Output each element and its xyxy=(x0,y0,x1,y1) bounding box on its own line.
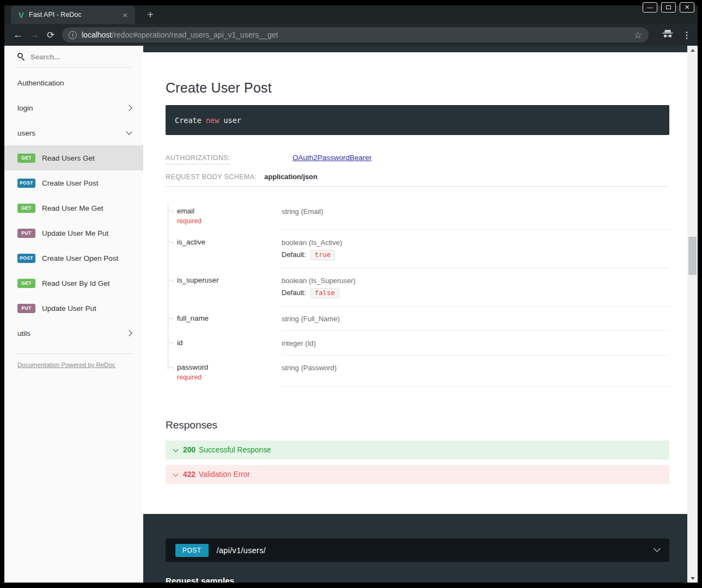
schema-field-row: passwordrequiredstring (Password) xyxy=(166,356,669,387)
menu-icon[interactable]: ⋮ xyxy=(682,30,691,40)
incognito-icon xyxy=(662,29,674,40)
response-422-panel[interactable]: 422Validation Error xyxy=(166,465,669,484)
field-name: is_active xyxy=(177,238,276,246)
bookmark-star-icon[interactable]: ☆ xyxy=(634,29,642,41)
sidebar-item-users[interactable]: users xyxy=(4,120,143,145)
sidebar: AuthenticationloginusersGETRead Users Ge… xyxy=(4,46,143,583)
response-code: 200 xyxy=(183,446,196,454)
sidebar-item-utils[interactable]: utils xyxy=(4,321,143,346)
field-name-cell: id xyxy=(177,331,282,356)
operation-title: Create User Post xyxy=(166,80,669,96)
operation-section: Create User Post Create new user AUTHORI… xyxy=(143,52,687,489)
sidebar-item-create-user-post[interactable]: POSTCreate User Post xyxy=(4,170,143,195)
tree-connector-icon xyxy=(166,230,177,268)
field-type: boolean (Is_Superuser) xyxy=(282,277,669,285)
endpoint-bar[interactable]: POST /api/v1/users/ xyxy=(166,538,669,562)
oauth2-security-link[interactable]: OAuth2PasswordBearer xyxy=(292,154,372,162)
field-name: full_name xyxy=(177,314,276,322)
scroll-down-icon[interactable] xyxy=(687,574,698,583)
request-samples-heading: Request samples xyxy=(166,576,669,583)
sidebar-item-update-user-put[interactable]: PUTUpdate User Put xyxy=(4,296,143,321)
url-text: localhost/redoc#operation/read_users_api… xyxy=(82,30,630,39)
post-method-badge: POST xyxy=(17,179,35,188)
default-label: Default: xyxy=(282,289,306,297)
request-body-schema-row: REQUEST BODY SCHEMA: application/json xyxy=(166,173,669,187)
responses-list: 200Successful Response422Validation Erro… xyxy=(166,440,669,484)
browser-tab[interactable]: V Fast API - ReDoc × xyxy=(11,5,135,24)
sidebar-item-login[interactable]: login xyxy=(4,95,143,120)
chevron-down-icon xyxy=(173,446,179,452)
sidebar-item-authentication[interactable]: Authentication xyxy=(4,70,143,95)
field-name: id xyxy=(177,339,276,347)
field-name: is_superuser xyxy=(177,276,276,284)
sidebar-item-read-user-me-get[interactable]: GETRead User Me Get xyxy=(4,195,143,220)
field-type-cell: integer (Id) xyxy=(282,331,669,356)
minimize-icon: — xyxy=(647,4,653,10)
sidebar-item-create-user-open-post[interactable]: POSTCreate User Open Post xyxy=(4,246,143,271)
response-code: 422 xyxy=(183,470,196,479)
browser-window: — ✕ V Fast API - ReDoc × + ← → ⟳ i local… xyxy=(0,0,702,588)
chevron-down-icon[interactable] xyxy=(654,545,661,552)
vertical-scrollbar[interactable] xyxy=(687,46,698,583)
schema-field-row: is_activeboolean (Is_Active)Default:true xyxy=(166,230,669,268)
url-path: /redoc#operation/read_users_api_v1_users… xyxy=(112,30,278,39)
maximize-button[interactable] xyxy=(661,2,676,13)
tree-connector-icon xyxy=(166,268,177,307)
search-input[interactable] xyxy=(30,53,123,61)
default-value: false xyxy=(310,288,339,298)
responses-heading: Responses xyxy=(166,419,669,431)
request-body-mime-type: application/json xyxy=(264,173,317,181)
minimize-button[interactable]: — xyxy=(643,2,657,13)
field-type-cell: string (Email) xyxy=(282,199,669,230)
schema-field-row: idinteger (Id) xyxy=(166,331,669,356)
field-default: Default:false xyxy=(282,288,669,298)
chevron-down-icon xyxy=(126,128,132,134)
field-required-flag: required xyxy=(177,217,276,225)
sidebar-item-label: Update User Put xyxy=(42,304,131,313)
tree-connector-icon xyxy=(166,307,177,331)
schema-field-row: full_namestring (Full_Name) xyxy=(166,307,669,331)
field-type-cell: boolean (Is_Active)Default:true xyxy=(282,230,669,268)
scroll-up-icon[interactable] xyxy=(687,46,698,54)
tree-connector-icon xyxy=(166,331,177,356)
request-samples-panel: POST /api/v1/users/ Request samples Payl… xyxy=(143,514,687,583)
field-type: boolean (Is_Active) xyxy=(282,238,669,247)
previous-section-panel-edge xyxy=(143,46,687,52)
response-200-panel[interactable]: 200Successful Response xyxy=(166,440,669,460)
field-name: password xyxy=(177,363,276,371)
description-text: Create xyxy=(175,116,206,125)
url-bar[interactable]: i localhost/redoc#operation/read_users_a… xyxy=(62,27,649,42)
sidebar-item-label: Read User Me Get xyxy=(42,204,131,212)
field-name: email xyxy=(177,207,276,215)
tab-title: Fast API - ReDoc xyxy=(29,11,120,19)
description-highlight: new xyxy=(206,116,219,125)
field-type-cell: string (Full_Name) xyxy=(282,307,669,331)
window-controls: — ✕ xyxy=(643,2,694,13)
sidebar-item-read-user-by-id-get[interactable]: GETRead User By Id Get xyxy=(4,271,143,296)
tab-close-icon[interactable]: × xyxy=(120,10,130,20)
sidebar-nav: AuthenticationloginusersGETRead Users Ge… xyxy=(4,68,143,346)
chevron-down-icon xyxy=(173,471,179,476)
search-row xyxy=(15,46,133,68)
get-method-badge: GET xyxy=(17,279,35,288)
get-method-badge: GET xyxy=(17,154,35,163)
site-info-icon[interactable]: i xyxy=(69,31,77,39)
field-type: string (Password) xyxy=(282,364,669,372)
sidebar-item-label: utils xyxy=(17,329,127,338)
chevron-right-icon xyxy=(126,105,132,111)
chevron-right-icon xyxy=(126,330,132,336)
close-button[interactable]: ✕ xyxy=(680,2,694,13)
schema-tree: emailrequiredstring (Email)is_activebool… xyxy=(166,199,669,387)
back-icon[interactable]: ← xyxy=(10,29,26,41)
new-tab-button[interactable]: + xyxy=(143,8,158,23)
tab-strip: V Fast API - ReDoc × + xyxy=(4,5,698,24)
reload-icon[interactable]: ⟳ xyxy=(42,29,59,41)
sidebar-item-read-users-get[interactable]: GETRead Users Get xyxy=(4,145,143,170)
scrollbar-thumb[interactable] xyxy=(688,237,697,275)
forward-icon[interactable]: → xyxy=(26,29,42,41)
request-body-schema-label: REQUEST BODY SCHEMA: xyxy=(166,173,257,181)
response-text: Successful Response xyxy=(199,446,271,454)
tree-connector-icon xyxy=(166,356,177,387)
redoc-attribution-link[interactable]: Documentation Powered by ReDoc xyxy=(17,362,115,368)
sidebar-item-update-user-me-put[interactable]: PUTUpdate User Me Put xyxy=(4,220,143,246)
